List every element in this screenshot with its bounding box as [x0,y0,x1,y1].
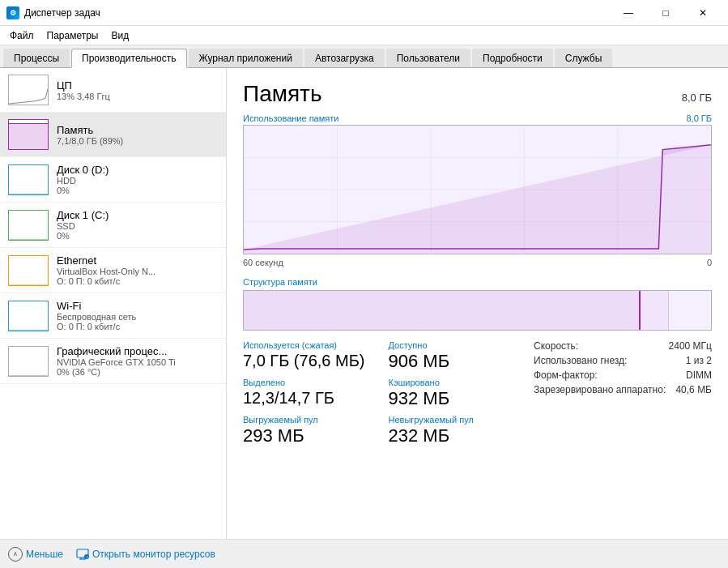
stat-swap-value: 293 МБ [243,426,376,446]
stats-row3: Выгружаемый пул 293 МБ Невыгружаемый пул… [243,415,521,446]
stat-used-value: 7,0 ГБ (76,6 МБ) [243,352,376,369]
slots-value: 1 из 2 [686,355,712,366]
tab-startup[interactable]: Автозагрузка [304,49,385,67]
gpu-sub: NVIDIA GeForce GTX 1050 Ti [57,357,218,367]
eth-thumbnail [8,255,49,286]
tab-services[interactable]: Службы [555,49,612,67]
window-controls: — □ ✕ [610,0,722,26]
stat-avail-label: Доступно [389,340,522,350]
stats-row2: Выделено 12,3/14,7 ГБ Кэшировано 932 МБ [243,378,521,408]
minimize-button[interactable]: — [610,0,647,26]
stat-avail: Доступно 906 МБ [389,340,522,371]
disk0-usage: 0% [57,186,218,195]
right-stat-form: Форм-фактор: DIMM [534,369,712,381]
structure-cached-bar [641,291,669,330]
sidebar-item-disk1[interactable]: Диск 1 (C:) SSD 0% [0,203,226,248]
disk1-thumbnail [8,210,49,241]
less-button[interactable]: ∧ Меньше [8,547,63,562]
stat-cached: Кэшировано 932 МБ [389,378,522,408]
stat-alloc: Выделено 12,3/14,7 ГБ [243,378,376,408]
wifi-info: Wi-Fi Беспроводная сеть О: 0 П: 0 кбит/с [57,300,218,331]
open-monitor-button[interactable]: ↗ Открыть монитор ресурсов [76,548,215,561]
close-button[interactable]: ✕ [684,0,722,26]
stat-alloc-label: Выделено [243,378,376,387]
panel-header: Память 8,0 ГБ [243,81,712,107]
window-title: Диспетчер задач [24,7,100,19]
right-stat-speed: Скорость: 2400 МГц [534,340,712,352]
reserved-label: Зарезервировано аппаратно: [534,384,666,395]
mem-usage: 7,1/8,0 ГБ (89%) [57,136,218,146]
chart-label-text: Использование памяти [243,113,338,123]
less-label: Меньше [26,549,63,560]
stat-nonswap: Невыгружаемый пул 232 МБ [389,415,522,446]
sidebar-item-memory[interactable]: Память 7,1/8,0 ГБ (89%) [0,113,226,157]
stat-alloc-value: 12,3/14,7 ГБ [243,389,376,407]
sidebar-item-cpu[interactable]: ЦП 13% 3,48 Ггц [0,68,226,113]
form-value: DIMM [686,369,712,381]
tab-processes[interactable]: Процессы [3,49,70,67]
stat-cached-label: Кэшировано [389,378,522,387]
speed-value: 2400 МГц [669,340,712,352]
disk0-info: Диск 0 (D:) HDD 0% [57,164,218,195]
monitor-label: Открыть монитор ресурсов [92,549,215,560]
disk0-name: Диск 0 (D:) [57,164,218,176]
cpu-name: ЦП [57,79,218,92]
menu-file[interactable]: Файл [3,28,40,43]
chart-time-labels: 60 секунд 0 [243,258,712,267]
structure-chart [243,290,712,331]
tab-bar: Процессы Производительность Журнал прило… [0,45,728,68]
main-content: ЦП 13% 3,48 Ггц Память 7,1/8,0 ГБ (89%) … [0,68,728,539]
disk1-type: SSD [57,221,218,231]
structure-label: Структура памяти [243,277,712,287]
bottom-bar: ∧ Меньше ↗ Открыть монитор ресурсов [0,539,728,568]
sidebar-item-ethernet[interactable]: Ethernet VirtualBox Host-Only N... О: 0 … [0,248,226,293]
stat-swap-label: Выгружаемый пул [243,415,376,425]
stats-right: Скорость: 2400 МГц Использовано гнезд: 1… [534,340,712,446]
sidebar-item-wifi[interactable]: Wi-Fi Беспроводная сеть О: 0 П: 0 кбит/с [0,293,226,339]
chart-max-label: 8,0 ГБ [686,113,712,123]
gpu-name: Графический процес... [57,345,218,357]
panel-title: Память [243,81,322,107]
memory-chart [243,125,712,254]
stats-row1: Используется (сжатая) 7,0 ГБ (76,6 МБ) Д… [243,340,521,371]
wifi-thumbnail [8,301,49,331]
mem-thumbnail [8,119,49,150]
gpu-info: Графический процес... NVIDIA GeForce GTX… [57,345,218,377]
maximize-button[interactable]: □ [647,0,684,26]
tab-users[interactable]: Пользователи [386,49,470,67]
speed-label: Скорость: [534,340,578,352]
sidebar-item-disk0[interactable]: Диск 0 (D:) HDD 0% [0,157,226,203]
stat-used-label: Используется (сжатая) [243,340,376,350]
disk1-info: Диск 1 (C:) SSD 0% [57,209,218,241]
tab-details[interactable]: Подробности [472,49,553,67]
disk0-type: HDD [57,176,218,186]
menu-view[interactable]: Вид [104,28,135,43]
stat-cached-value: 932 МБ [389,389,522,408]
tab-performance[interactable]: Производительность [71,49,186,68]
tab-app-history[interactable]: Журнал приложений [189,49,303,67]
title-bar-left: ⚙ Диспетчер задач [6,6,100,19]
stat-nonswap-label: Невыгружаемый пул [389,415,522,425]
stats-left: Используется (сжатая) 7,0 ГБ (76,6 МБ) Д… [243,340,521,446]
monitor-icon: ↗ [76,548,89,561]
chevron-up-icon: ∧ [8,547,23,562]
mem-info: Память 7,1/8,0 ГБ (89%) [57,124,218,146]
time-right: 0 [707,258,712,267]
disk1-name: Диск 1 (C:) [57,209,218,221]
chart-label: Использование памяти 8,0 ГБ [243,113,712,123]
eth-sub: VirtualBox Host-Only N... [57,267,218,276]
app-icon: ⚙ [6,6,19,19]
cpu-thumbnail [8,75,49,105]
stat-swap: Выгружаемый пул 293 МБ [243,415,376,446]
form-label: Форм-фактор: [534,369,598,381]
svg-text:↗: ↗ [85,554,87,558]
menu-params[interactable]: Параметры [40,28,105,43]
memory-panel: Память 8,0 ГБ Использование памяти 8,0 Г… [227,68,728,539]
mem-name: Память [57,124,218,136]
right-stat-reserved: Зарезервировано аппаратно: 40,6 МБ [534,384,712,395]
eth-name: Ethernet [57,254,218,267]
disk1-usage: 0% [57,231,218,241]
sidebar-item-gpu[interactable]: Графический процес... NVIDIA GeForce GTX… [0,339,226,384]
stat-used: Используется (сжатая) 7,0 ГБ (76,6 МБ) [243,340,376,371]
slots-label: Использовано гнезд: [534,355,627,366]
